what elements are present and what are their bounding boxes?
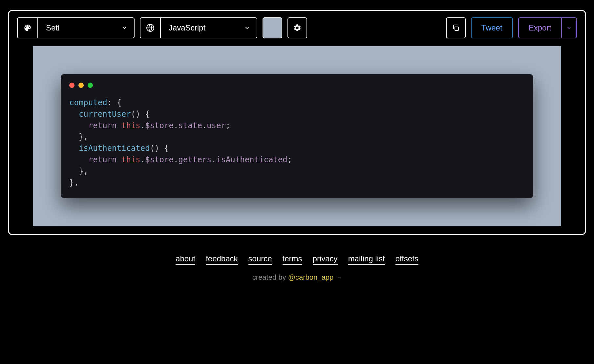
window-close-dot	[69, 83, 74, 88]
editor-frame: Seti JavaScript T	[8, 10, 586, 235]
theme-dropdown[interactable]: Seti	[17, 17, 135, 38]
gear-icon	[293, 24, 302, 32]
toolbar: Seti JavaScript T	[17, 17, 577, 38]
globe-icon	[140, 18, 161, 38]
canvas-area: computed: { currentUser() { return this.…	[17, 46, 577, 226]
background-panel[interactable]: computed: { currentUser() { return this.…	[33, 46, 561, 226]
export-label: Export	[529, 23, 551, 32]
chevron-down-icon	[566, 25, 572, 30]
language-dropdown[interactable]: JavaScript	[140, 17, 257, 38]
export-group: Export	[518, 17, 577, 38]
copy-icon	[452, 24, 460, 32]
window-zoom-dot	[88, 83, 93, 88]
language-label: JavaScript	[161, 23, 238, 32]
code-window: computed: { currentUser() { return this.…	[61, 74, 533, 198]
created-suffix: ¬	[335, 273, 342, 281]
footer-link-mailing-list[interactable]: mailing list	[348, 254, 385, 265]
background-color-picker[interactable]	[263, 17, 282, 38]
footer-link-offsets[interactable]: offsets	[395, 254, 418, 265]
chevron-down-icon	[238, 25, 257, 31]
export-button[interactable]: Export	[519, 18, 562, 38]
theme-label: Seti	[38, 23, 115, 32]
copy-button[interactable]	[446, 17, 466, 38]
export-dropdown-toggle[interactable]	[562, 18, 576, 38]
footer-links: aboutfeedbacksourcetermsprivacymailing l…	[176, 254, 418, 265]
footer-link-feedback[interactable]: feedback	[206, 254, 238, 265]
created-by: created by @carbon_app ¬	[252, 273, 342, 282]
window-minimize-dot	[78, 83, 84, 88]
svg-rect-2	[455, 27, 458, 30]
code-editor[interactable]: computed: { currentUser() { return this.…	[69, 97, 525, 188]
footer-link-privacy[interactable]: privacy	[313, 254, 338, 265]
footer-link-about[interactable]: about	[176, 254, 195, 265]
author-handle[interactable]: @carbon_app	[288, 273, 334, 281]
settings-button[interactable]	[287, 17, 307, 38]
footer-link-source[interactable]: source	[248, 254, 272, 265]
chevron-down-icon	[115, 25, 134, 31]
tweet-label: Tweet	[481, 23, 502, 32]
palette-icon	[18, 18, 38, 38]
tweet-button[interactable]: Tweet	[471, 17, 513, 38]
footer: aboutfeedbacksourcetermsprivacymailing l…	[0, 254, 594, 282]
created-prefix: created by	[252, 273, 288, 281]
window-controls	[69, 83, 525, 88]
footer-link-terms[interactable]: terms	[283, 254, 302, 265]
